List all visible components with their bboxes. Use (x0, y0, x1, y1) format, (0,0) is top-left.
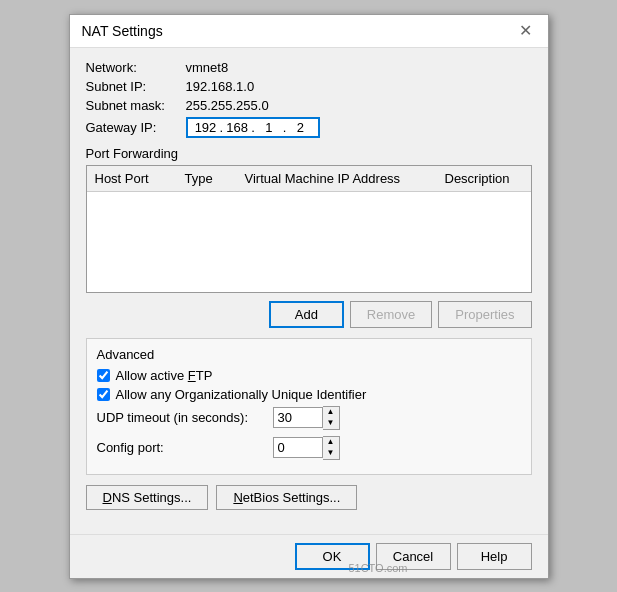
config-port-input[interactable] (273, 437, 323, 458)
dialog-content: Network: vmnet8 Subnet IP: 192.168.1.0 S… (70, 48, 548, 534)
allow-oui-row: Allow any Organizationally Unique Identi… (97, 387, 521, 402)
config-down-btn[interactable]: ▼ (323, 448, 339, 459)
gateway-ip-input-group: . . . (186, 117, 321, 138)
config-port-label: Config port: (97, 440, 267, 455)
subnet-mask-row: Subnet mask: 255.255.255.0 (86, 98, 532, 113)
table-body[interactable] (87, 192, 531, 292)
gateway-seg3[interactable] (255, 120, 283, 135)
udp-timeout-input[interactable] (273, 407, 323, 428)
nat-settings-dialog: NAT Settings ✕ Network: vmnet8 Subnet IP… (69, 14, 549, 579)
allow-ftp-label: Allow active FTP (116, 368, 213, 383)
subnet-mask-value: 255.255.255.0 (186, 98, 269, 113)
table-actions: Add Remove Properties (86, 301, 532, 328)
udp-timeout-row: UDP timeout (in seconds): ▲ ▼ (97, 406, 521, 430)
allow-oui-label: Allow any Organizationally Unique Identi… (116, 387, 367, 402)
allow-oui-checkbox[interactable] (97, 388, 110, 401)
port-forwarding-table: Host Port Type Virtual Machine IP Addres… (86, 165, 532, 293)
udp-timeout-spinner: ▲ ▼ (273, 406, 340, 430)
config-port-row: Config port: ▲ ▼ (97, 436, 521, 460)
subnet-ip-value: 192.168.1.0 (186, 79, 255, 94)
dialog-title: NAT Settings (82, 23, 163, 39)
udp-timeout-label: UDP timeout (in seconds): (97, 410, 267, 425)
gateway-seg1[interactable] (192, 120, 220, 135)
bottom-buttons: DNS Settings... NetBios Settings... (86, 485, 532, 510)
add-button[interactable]: Add (269, 301, 344, 328)
network-value: vmnet8 (186, 60, 229, 75)
properties-button[interactable]: Properties (438, 301, 531, 328)
config-up-btn[interactable]: ▲ (323, 437, 339, 448)
watermark: 51CTO.com (348, 562, 407, 574)
gateway-seg4[interactable] (286, 120, 314, 135)
subnet-mask-label: Subnet mask: (86, 98, 186, 113)
subnet-ip-label: Subnet IP: (86, 79, 186, 94)
col-type: Type (181, 169, 241, 188)
network-row: Network: vmnet8 (86, 60, 532, 75)
allow-ftp-checkbox[interactable] (97, 369, 110, 382)
remove-button[interactable]: Remove (350, 301, 432, 328)
netbios-settings-button[interactable]: NetBios Settings... (216, 485, 357, 510)
advanced-section: Advanced Allow active FTP Allow any Orga… (86, 338, 532, 475)
config-port-spinner: ▲ ▼ (273, 436, 340, 460)
col-description: Description (441, 169, 527, 188)
gateway-ip-label: Gateway IP: (86, 120, 186, 135)
dns-settings-button[interactable]: DNS Settings... (86, 485, 209, 510)
close-button[interactable]: ✕ (515, 23, 536, 39)
dialog-footer: OK Cancel Help 51CTO.com (70, 534, 548, 578)
subnet-ip-row: Subnet IP: 192.168.1.0 (86, 79, 532, 94)
col-vm-ip: Virtual Machine IP Address (241, 169, 441, 188)
port-forwarding-label: Port Forwarding (86, 146, 532, 161)
gateway-row: Gateway IP: . . . (86, 117, 532, 138)
network-label: Network: (86, 60, 186, 75)
allow-ftp-row: Allow active FTP (97, 368, 521, 383)
table-header: Host Port Type Virtual Machine IP Addres… (87, 166, 531, 192)
udp-down-btn[interactable]: ▼ (323, 418, 339, 429)
udp-up-btn[interactable]: ▲ (323, 407, 339, 418)
col-host-port: Host Port (91, 169, 181, 188)
title-bar: NAT Settings ✕ (70, 15, 548, 48)
advanced-title: Advanced (97, 347, 521, 362)
gateway-seg2[interactable] (223, 120, 251, 135)
help-button[interactable]: Help (457, 543, 532, 570)
